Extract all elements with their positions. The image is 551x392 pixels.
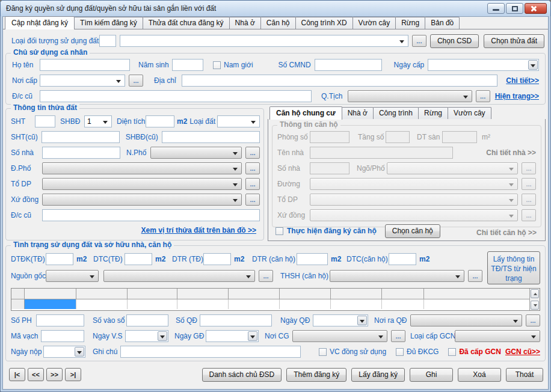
apt-to-dp-combo[interactable] [310,194,518,206]
phong-so-input[interactable] [310,131,349,143]
dtc-td-input[interactable] [125,253,152,265]
nav-last-button[interactable]: >| [65,368,81,381]
tab-tim-kiem-dang-ky[interactable]: Tìm kiếm đăng ký [74,17,143,29]
nguon-goc-detail-combo[interactable] [103,270,255,282]
noi-cap-combo[interactable] [40,75,125,87]
grid-cell[interactable] [177,299,229,309]
tab-can-ho[interactable]: Căn hộ [260,17,296,29]
ghi-chu-input[interactable] [120,346,301,358]
dt-san-input[interactable] [442,131,477,143]
chon-thua-dat-button[interactable]: Chọn thửa đất [484,34,544,48]
d-pho-browse-button[interactable]: ... [245,162,260,174]
xu-dong-combo[interactable] [42,194,242,206]
so-cmnd-input[interactable] [315,59,382,71]
tab-nha-o[interactable]: Nhà ở [229,17,261,29]
close-button[interactable] [525,3,547,14]
apt-xu-dong-browse-button[interactable]: ... [522,209,536,221]
scroll-down-button[interactable] [531,301,539,310]
tab-ban-do[interactable]: Bản đồ [425,17,460,29]
danh-sach-chu-dsd-button[interactable]: Danh sách chủ ĐSD [202,368,282,382]
ten-nha-input[interactable] [310,147,453,159]
tab-thua-dat-chua-dang-ky[interactable]: Thửa đất chưa đăng ký [143,17,230,29]
q-tich-combo[interactable] [348,90,472,102]
to-dp-combo[interactable] [42,178,242,190]
dang-ky-can-ho-checkbox[interactable] [276,227,283,235]
grid-cell[interactable] [128,299,177,309]
dtdk-td-input[interactable] [46,253,73,265]
vc-dong-su-dung-checkbox[interactable] [319,348,327,356]
dtr-td-input[interactable] [203,253,231,265]
ho-ten-input[interactable] [40,59,130,71]
ngay-nop-datepicker[interactable] [43,346,85,358]
tang-so-input[interactable] [386,131,410,143]
noi-cg-combo[interactable] [292,330,387,342]
dtr-ch-input[interactable] [297,253,328,265]
grid-data-row[interactable] [11,299,529,309]
dien-tich-input[interactable] [146,115,174,127]
tab-rung[interactable]: Rừng [395,17,425,29]
chi-tiet-nha-link[interactable]: Chi tiết nhà >> [486,149,536,157]
tab-asset-vuon-cay[interactable]: Vườn cây [448,107,491,119]
nav-next-button[interactable]: >> [46,368,63,381]
parcel-dc-cu-input[interactable] [42,209,260,221]
scroll-up-button[interactable] [531,289,539,298]
apt-to-dp-browse-button[interactable]: ... [522,194,536,206]
tab-asset-nha-o[interactable]: Nhà ở [342,107,374,119]
grid-cell[interactable] [331,299,382,309]
n-pho-browse-button[interactable]: ... [245,147,260,159]
nav-first-button[interactable]: |< [9,368,25,381]
duong-combo[interactable] [310,178,518,190]
ngay-gd-datepicker[interactable] [206,330,259,342]
sht-cu-input[interactable] [42,131,120,143]
thsh-ch-browse-button[interactable]: ... [468,270,482,282]
tab-asset-cong-trinh[interactable]: Công trình [373,107,419,119]
grid-cell[interactable] [382,299,424,309]
grid-vertical-scrollbar[interactable] [529,289,540,310]
dtc-ch-input[interactable] [389,253,416,265]
apt-so-nha-input[interactable] [310,162,349,174]
thoat-button[interactable]: Thoát [506,368,543,382]
du-dkcg-checkbox[interactable] [396,348,404,356]
noi-ra-qd-combo[interactable] [410,314,522,326]
lay-thong-tin-button[interactable]: Lấy thông tin TĐ/TS từ hiện trạng [487,251,540,284]
chon-csd-button[interactable]: Chọn CSD [430,34,479,48]
loai-dat-combo[interactable] [217,115,260,127]
nav-prev-button[interactable]: << [28,368,44,381]
xem-vi-tri-link[interactable]: Xem vị trí thửa đất trên bản đồ >> [141,226,256,234]
ngay-qd-datepicker[interactable] [313,314,368,326]
dc-cu-input[interactable] [40,90,312,102]
apt-xu-dong-combo[interactable] [310,209,518,221]
chon-can-ho-button[interactable]: Chọn căn hộ [385,224,440,238]
ngay-cap-datepicker[interactable] [428,59,539,71]
grid-cell[interactable] [280,299,331,309]
nguon-goc-combo[interactable] [46,270,99,282]
registration-grid[interactable] [11,288,540,311]
chi-tiet-link[interactable]: Chi tiết>> [506,76,539,85]
tab-can-ho-chung-cu[interactable]: Căn hộ chung cư [269,106,342,120]
ngo-pho-browse-button[interactable]: ... [522,162,536,174]
shbd-cu-input[interactable] [162,131,260,143]
ngo-pho-combo[interactable] [387,162,518,174]
shbd-combo[interactable]: 1 [84,115,112,127]
dia-chi-input[interactable] [182,75,497,87]
d-pho-combo[interactable] [42,162,242,174]
so-qd-input[interactable] [200,314,272,326]
noi-cg-browse-button[interactable]: ... [391,330,405,342]
tab-cap-nhat-dang-ky[interactable]: Cập nhật đăng ký [5,16,75,29]
nguon-goc-browse-button[interactable]: ... [259,270,273,282]
hien-trang-link[interactable]: Hiện trạng>> [495,92,539,100]
xoa-button[interactable]: Xoá [458,368,501,382]
ghi-button[interactable]: Ghi [410,368,453,382]
nam-sinh-input[interactable] [172,59,203,71]
da-cap-gcn-checkbox[interactable] [448,348,456,356]
grid-row-selector[interactable] [11,299,25,309]
sht-input[interactable] [35,115,55,127]
so-nha-input[interactable] [42,147,120,159]
grid-cell[interactable] [76,299,128,309]
n-pho-combo[interactable] [150,147,242,159]
grid-cell[interactable] [424,299,529,309]
duong-browse-button[interactable]: ... [522,178,536,190]
noi-ra-qd-browse-button[interactable]: ... [526,314,540,326]
object-type-browse-button[interactable]: ... [412,35,426,47]
tab-asset-rung[interactable]: Rừng [418,107,448,119]
